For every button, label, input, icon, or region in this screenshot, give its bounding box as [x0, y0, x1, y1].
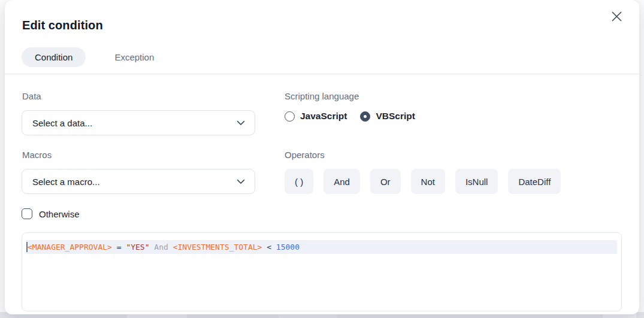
operator-button-[interactable]: ( ) — [285, 169, 313, 194]
radio-icon[interactable] — [285, 111, 295, 122]
otherwise-label: Otherwise — [39, 209, 80, 219]
tab-condition[interactable]: Condition — [22, 47, 86, 67]
edit-condition-dialog: Edit condition ConditionException Data S… — [5, 0, 639, 314]
chevron-down-icon — [237, 120, 245, 126]
code-token: <MANAGER_APPROVAL> — [28, 243, 112, 252]
code-token: = — [112, 243, 126, 252]
code-token: 15000 — [276, 243, 300, 252]
operator-button-or[interactable]: Or — [370, 169, 401, 194]
code-token — [168, 243, 173, 252]
close-button[interactable] — [608, 8, 625, 25]
condition-code-editor[interactable]: <MANAGER_APPROVAL> = "YES" And <INVESTME… — [22, 232, 622, 311]
active-code-line: <MANAGER_APPROVAL> = "YES" And <INVESTME… — [26, 240, 617, 254]
macro-select-value: Select a macro... — [32, 177, 100, 187]
operator-button-and[interactable]: And — [323, 169, 360, 194]
radio-icon[interactable] — [360, 111, 370, 122]
code-token: < — [262, 243, 276, 252]
tab-list: ConditionException — [22, 47, 167, 67]
close-icon — [611, 11, 622, 22]
operators-label: Operators — [285, 150, 325, 160]
macro-select[interactable]: Select a macro... — [22, 169, 255, 194]
code-token: "YES" — [126, 243, 149, 252]
header-divider — [5, 74, 639, 74]
dialog-title: Edit condition — [22, 19, 103, 32]
operator-button-isnull[interactable]: IsNull — [455, 169, 498, 194]
operator-button-not[interactable]: Not — [411, 169, 445, 194]
operators-button-row: ( )AndOrNotIsNullDateDiff — [285, 169, 561, 194]
otherwise-checkbox[interactable] — [22, 208, 32, 219]
data-select-value: Select a data... — [32, 118, 92, 128]
radio-option-vbscript[interactable]: VBScript — [360, 111, 415, 122]
tab-exception[interactable]: Exception — [101, 47, 167, 67]
radio-label: JavaScript — [300, 111, 347, 122]
chevron-down-icon — [237, 179, 245, 184]
data-field-label: Data — [22, 91, 41, 101]
code-token: And — [154, 243, 168, 252]
otherwise-checkbox-row[interactable]: Otherwise — [22, 208, 80, 219]
scripting-language-radio-group: JavaScriptVBScript — [285, 111, 415, 122]
macros-field-label: Macros — [22, 150, 52, 160]
radio-option-javascript[interactable]: JavaScript — [285, 111, 347, 122]
code-token — [150, 243, 155, 252]
radio-label: VBScript — [376, 111, 415, 122]
data-select[interactable]: Select a data... — [22, 110, 255, 135]
code-token: <INVESTMENTS_TOTAL> — [173, 243, 262, 252]
scripting-language-label: Scripting language — [285, 91, 359, 101]
operator-button-datediff[interactable]: DateDiff — [508, 169, 561, 194]
